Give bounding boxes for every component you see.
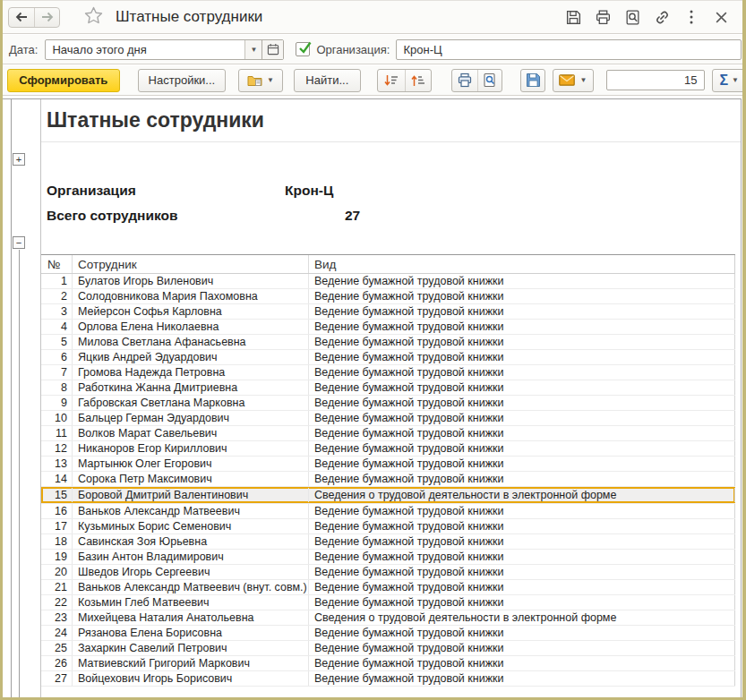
- row-record-kind[interactable]: Ведение бумажной трудовой книжки: [309, 656, 735, 670]
- table-row[interactable]: 17Кузьминых Борис СеменовичВедение бумаж…: [41, 519, 735, 534]
- find-button[interactable]: Найти...: [294, 69, 361, 92]
- row-record-kind[interactable]: Ведение бумажной трудовой книжки: [309, 396, 735, 410]
- row-number[interactable]: 12: [41, 441, 73, 456]
- table-row[interactable]: 9Габровская Светлана МарковнаВедение бум…: [41, 396, 735, 411]
- row-record-kind[interactable]: Ведение бумажной трудовой книжки: [309, 380, 735, 395]
- row-record-kind[interactable]: Ведение бумажной трудовой книжки: [309, 641, 735, 655]
- date-value[interactable]: Начало этого дня: [46, 40, 244, 59]
- row-employee-name[interactable]: Боровой Дмитрий Валентинович: [73, 488, 309, 502]
- row-record-kind[interactable]: Сведения о трудовой деятельности в элект…: [309, 488, 735, 502]
- row-number[interactable]: 15: [41, 488, 73, 502]
- row-employee-name[interactable]: Волков Марат Савельевич: [73, 426, 309, 440]
- row-employee-name[interactable]: Работкина Жанна Дмитриевна: [73, 380, 309, 395]
- row-employee-name[interactable]: Милова Светлана Афанасьевна: [73, 335, 309, 349]
- row-employee-name[interactable]: Михейцева Наталия Анатольевна: [73, 610, 309, 625]
- row-record-kind[interactable]: Ведение бумажной трудовой книжки: [309, 504, 735, 518]
- table-row[interactable]: 25Захаркин Савелий ПетровичВедение бумаж…: [41, 641, 735, 656]
- table-row[interactable]: 7Громова Надежда ПетровнаВедение бумажно…: [41, 365, 735, 380]
- more-menu-icon[interactable]: [682, 8, 700, 26]
- forward-button[interactable]: [34, 8, 59, 27]
- row-employee-name[interactable]: Сорока Петр Максимович: [73, 472, 309, 486]
- row-number[interactable]: 26: [41, 656, 73, 670]
- row-record-kind[interactable]: Ведение бумажной трудовой книжки: [309, 335, 735, 349]
- row-employee-name[interactable]: Базин Антон Владимирович: [73, 550, 309, 564]
- row-record-kind[interactable]: Ведение бумажной трудовой книжки: [309, 426, 735, 440]
- table-row[interactable]: 6Яцкив Андрей ЭдуардовичВедение бумажной…: [41, 350, 735, 365]
- generate-button[interactable]: Сформировать: [7, 69, 120, 92]
- organization-input[interactable]: Крон-Ц: [396, 39, 742, 60]
- row-record-kind[interactable]: Ведение бумажной трудовой книжки: [309, 350, 735, 364]
- row-number[interactable]: 6: [41, 350, 73, 364]
- row-record-kind[interactable]: Ведение бумажной трудовой книжки: [309, 320, 735, 334]
- group-expander-expanded[interactable]: −: [13, 236, 25, 249]
- row-record-kind[interactable]: Ведение бумажной трудовой книжки: [309, 595, 735, 610]
- group-expander-collapsed[interactable]: +: [13, 153, 25, 166]
- organization-checkbox[interactable]: [296, 42, 310, 56]
- row-employee-name[interactable]: Матвиевский Григорий Маркович: [73, 656, 309, 670]
- table-row[interactable]: 12Никаноров Егор КирилловичВедение бумаж…: [41, 441, 735, 457]
- row-record-kind[interactable]: Ведение бумажной трудовой книжки: [309, 626, 735, 640]
- toolbar-save-button[interactable]: [520, 69, 545, 92]
- row-record-kind[interactable]: Ведение бумажной трудовой книжки: [309, 289, 735, 303]
- table-row[interactable]: 26Матвиевский Григорий МарковичВедение б…: [41, 656, 735, 671]
- table-row[interactable]: 24Рязанова Елена БорисовнаВедение бумажн…: [41, 626, 735, 641]
- row-employee-name[interactable]: Ваньков Александр Матвеевич (внут. совм.…: [73, 580, 309, 594]
- close-icon[interactable]: [712, 8, 730, 26]
- save-icon[interactable]: [564, 8, 582, 26]
- table-row[interactable]: 20Шведов Игорь СергеевичВедение бумажной…: [41, 565, 735, 580]
- row-record-kind[interactable]: Сведения о трудовой деятельности в элект…: [309, 610, 735, 625]
- row-employee-name[interactable]: Никаноров Егор Кириллович: [73, 441, 309, 456]
- settings-button[interactable]: Настройки...: [138, 69, 227, 92]
- row-employee-name[interactable]: Габровская Светлана Марковна: [73, 396, 309, 410]
- mail-button[interactable]: ▼: [553, 69, 593, 92]
- calendar-button[interactable]: [262, 40, 283, 59]
- row-employee-name[interactable]: Войцехович Игорь Борисович: [73, 671, 309, 686]
- row-number[interactable]: 7: [41, 365, 73, 380]
- row-record-kind[interactable]: Ведение бумажной трудовой книжки: [309, 411, 735, 425]
- row-number[interactable]: 21: [41, 580, 73, 594]
- row-employee-name[interactable]: Яцкив Андрей Эдуардович: [73, 350, 309, 364]
- date-dropdown-button[interactable]: ▼: [244, 40, 262, 59]
- row-record-kind[interactable]: Ведение бумажной трудовой книжки: [309, 565, 735, 579]
- table-row[interactable]: 19Базин Антон ВладимировичВедение бумажн…: [41, 550, 735, 565]
- row-employee-name[interactable]: Шведов Игорь Сергеевич: [73, 565, 309, 579]
- sort-ascending-button[interactable]: [405, 70, 432, 91]
- row-employee-name[interactable]: Орлова Елена Николаевна: [73, 320, 309, 334]
- row-number[interactable]: 14: [41, 472, 73, 486]
- row-record-kind[interactable]: Ведение бумажной трудовой книжки: [309, 671, 735, 686]
- row-employee-name[interactable]: Бальцер Герман Эдуардович: [73, 411, 309, 425]
- row-number[interactable]: 1: [41, 274, 73, 288]
- table-row[interactable]: 15Боровой Дмитрий ВалентиновичСведения о…: [41, 487, 735, 504]
- row-number[interactable]: 16: [41, 504, 73, 518]
- table-row[interactable]: 22Козьмин Глеб МатвеевичВедение бумажной…: [41, 595, 735, 610]
- row-record-kind[interactable]: Ведение бумажной трудовой книжки: [309, 550, 735, 564]
- table-row[interactable]: 2Солодовникова Мария ПахомовнаВедение бу…: [41, 289, 735, 304]
- row-number[interactable]: 11: [41, 426, 73, 440]
- row-record-kind[interactable]: Ведение бумажной трудовой книжки: [309, 274, 735, 288]
- table-row[interactable]: 16Ваньков Александр МатвеевичВедение бум…: [41, 504, 735, 519]
- date-combo[interactable]: Начало этого дня ▼: [45, 39, 284, 60]
- row-record-kind[interactable]: Ведение бумажной трудовой книжки: [309, 457, 735, 471]
- row-employee-name[interactable]: Рязанова Елена Борисовна: [73, 626, 309, 640]
- row-employee-name[interactable]: Захаркин Савелий Петрович: [73, 641, 309, 655]
- row-record-kind[interactable]: Ведение бумажной трудовой книжки: [309, 441, 735, 456]
- table-row[interactable]: 13Мартынюк Олег ЕгоровичВедение бумажной…: [41, 457, 735, 472]
- row-number[interactable]: 13: [41, 457, 73, 471]
- row-employee-name[interactable]: Громова Надежда Петровна: [73, 365, 309, 380]
- row-record-kind[interactable]: Ведение бумажной трудовой книжки: [309, 534, 735, 549]
- row-number[interactable]: 8: [41, 380, 73, 395]
- row-employee-name[interactable]: Солодовникова Мария Пахомовна: [73, 289, 309, 303]
- table-row[interactable]: 1Булатов Игорь ВиленовичВедение бумажной…: [41, 274, 735, 289]
- row-number[interactable]: 10: [41, 411, 73, 425]
- row-employee-name[interactable]: Козьмин Глеб Матвеевич: [73, 595, 309, 610]
- row-number[interactable]: 3: [41, 304, 73, 319]
- table-row[interactable]: 8Работкина Жанна ДмитриевнаВедение бумаж…: [41, 380, 735, 396]
- row-employee-name[interactable]: Кузьминых Борис Семенович: [73, 519, 309, 534]
- table-row[interactable]: 4Орлова Елена НиколаевнаВедение бумажной…: [41, 320, 735, 335]
- table-row[interactable]: 11Волков Марат СавельевичВедение бумажно…: [41, 426, 735, 441]
- sum-button[interactable]: Σ ▼: [712, 69, 746, 92]
- row-number[interactable]: 27: [41, 671, 73, 686]
- row-employee-name[interactable]: Ваньков Александр Матвеевич: [73, 504, 309, 518]
- row-number[interactable]: 17: [41, 519, 73, 534]
- row-employee-name[interactable]: Савинская Зоя Юрьевна: [73, 534, 309, 549]
